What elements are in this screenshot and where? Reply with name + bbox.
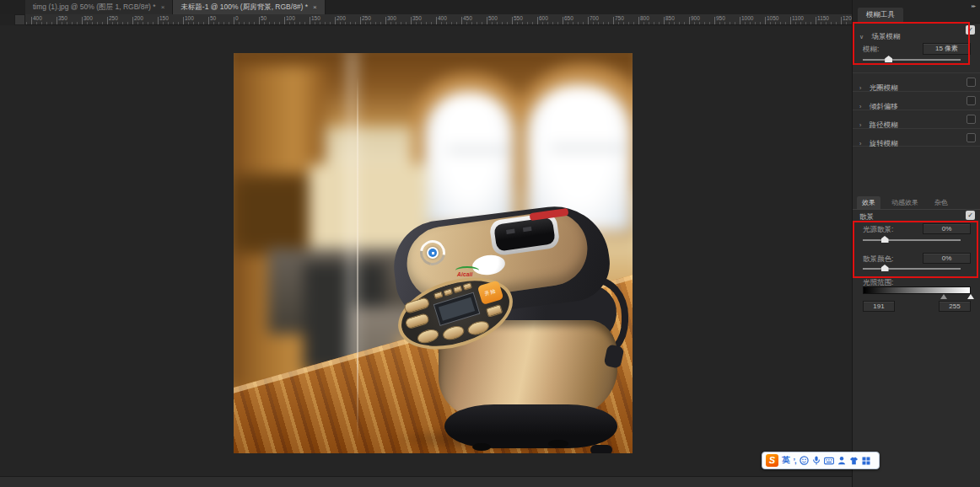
cooker-oval-button	[466, 318, 491, 337]
cooker-oval-button	[441, 324, 466, 342]
cooker-start-button: 开始	[477, 280, 504, 305]
document-canvas[interactable]: Aicaii 开始	[234, 53, 633, 453]
cooker-lid-window-glass	[493, 217, 556, 251]
keyboard-icon[interactable]	[824, 457, 834, 465]
cooker-chip-button	[433, 292, 444, 300]
cooker-button	[404, 313, 430, 330]
window-bar	[447, 148, 509, 152]
voice-icon[interactable]	[812, 456, 821, 465]
punctuation-icon[interactable]: ’,	[794, 457, 796, 465]
document-tab-untitled[interactable]: 未标题-1 @ 100% (厨房背景, RGB/8#) * ×	[173, 0, 325, 14]
tab-noise[interactable]: 杂色	[929, 196, 953, 209]
cabinet-shelf	[234, 174, 315, 256]
window-bottom-strip	[0, 476, 852, 487]
tilt-shift-row[interactable]: › 倾斜偏移	[853, 91, 980, 110]
lid-display-segment	[506, 229, 515, 234]
sogou-logo[interactable]: S	[766, 454, 778, 467]
cooker-foot	[548, 440, 568, 447]
chevron-right-icon: ›	[859, 122, 861, 128]
light-range-black-stop[interactable]	[940, 294, 947, 299]
cooker-latch	[604, 344, 625, 369]
account-icon[interactable]	[837, 456, 846, 465]
chevron-right-icon: ›	[859, 85, 861, 91]
horizontal-ruler: 4003503002502001501005005010015020025030…	[25, 14, 852, 25]
english-mode-toggle[interactable]: 英	[782, 455, 790, 466]
close-tab-icon[interactable]: ×	[313, 3, 317, 11]
iris-blur-row[interactable]: › 光圈模糊	[853, 72, 980, 91]
tab-motion-effects[interactable]: 动感效果	[886, 196, 923, 209]
effects-tab-bar: 效果 动感效果 杂色	[853, 196, 980, 210]
spin-blur-label: 旋转模糊	[870, 139, 898, 147]
cooker-plug	[590, 445, 612, 453]
panel-header: 模糊工具 ▸▸	[853, 0, 980, 24]
tilt-shift-checkbox[interactable]	[967, 96, 976, 105]
chevron-right-icon: ›	[859, 104, 861, 110]
window-bar	[551, 147, 626, 150]
spin-blur-checkbox[interactable]	[967, 133, 976, 142]
close-tab-icon[interactable]: ×	[161, 3, 165, 11]
light-range-gradient	[863, 286, 971, 294]
field-blur-pin-core	[432, 252, 434, 254]
collapse-panels-icon[interactable]: ▸▸	[972, 3, 975, 8]
cooker-chip-button	[453, 286, 463, 294]
path-blur-row[interactable]: › 路径模糊	[853, 110, 980, 128]
light-range-white-value[interactable]: 255	[939, 301, 971, 312]
annotation-highlight-field-blur	[853, 22, 970, 65]
skin-icon[interactable]	[849, 457, 859, 465]
bokeh-checkbox[interactable]: ✓	[966, 211, 975, 220]
document-tab-timg[interactable]: timg (1).jpg @ 50% (图层 1, RGB/8#) * ×	[25, 0, 173, 14]
iris-blur-checkbox[interactable]	[967, 78, 976, 87]
light-range-black-value[interactable]: 191	[863, 301, 895, 312]
cooker-chip-button	[462, 282, 472, 291]
spin-blur-row[interactable]: › 旋转模糊	[853, 128, 980, 147]
ime-toolbar: S 英 ’,	[762, 452, 880, 469]
cooker-oval-button	[416, 327, 440, 345]
cooker-base	[444, 404, 617, 448]
light-range-white-stop[interactable]	[967, 294, 974, 299]
cooker-lcd-screen	[439, 297, 475, 321]
cooker-foot	[472, 443, 491, 451]
cooker-chip-button	[443, 288, 453, 297]
path-blur-checkbox[interactable]	[967, 115, 976, 124]
document-tab-bar: timg (1).jpg @ 50% (图层 1, RGB/8#) * × 未标…	[0, 0, 852, 14]
light-streak-line	[357, 77, 358, 441]
arched-window	[424, 91, 514, 227]
ruler-corner	[14, 14, 25, 25]
document-tab-label: 未标题-1 @ 100% (厨房背景, RGB/8#) *	[180, 3, 308, 13]
chevron-right-icon: ›	[859, 141, 861, 147]
cooker-chip-button	[486, 304, 503, 318]
annotation-highlight-bokeh-sliders	[853, 221, 978, 278]
emoji-icon[interactable]	[800, 456, 809, 465]
tab-effects[interactable]: 效果	[857, 196, 880, 209]
lid-display-segment	[523, 227, 532, 232]
brand-logo: Aicaii	[457, 271, 473, 277]
toolbox-icon[interactable]	[862, 457, 870, 465]
document-tab-label: timg (1).jpg @ 50% (图层 1, RGB/8#) *	[33, 3, 156, 13]
